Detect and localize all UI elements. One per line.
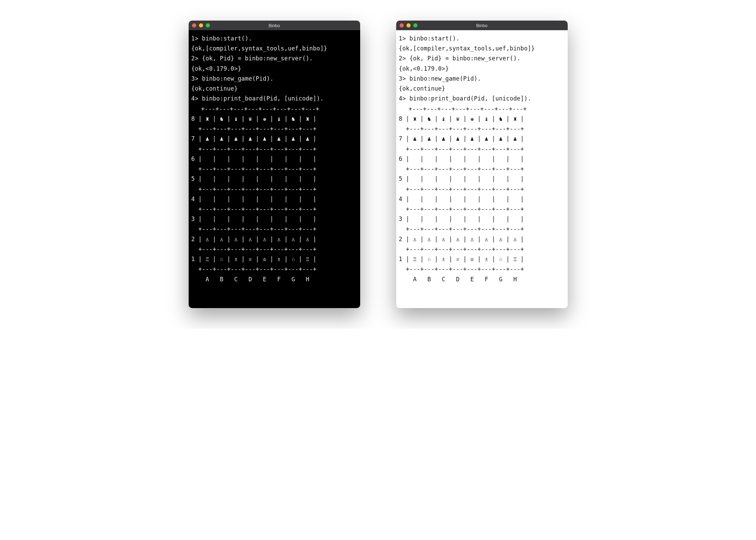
- close-icon[interactable]: [400, 23, 404, 27]
- close-icon[interactable]: [192, 23, 196, 27]
- session-output: 1> binbo:start(). {ok,[compiler,syntax_t…: [191, 35, 328, 102]
- chess-board-output: +---+---+---+---+---+---+---+---+ 8 | ♜ …: [399, 105, 527, 283]
- window-title: Binbo: [400, 23, 564, 28]
- maximize-icon[interactable]: [206, 23, 210, 27]
- minimize-icon[interactable]: [406, 23, 411, 27]
- maximize-icon[interactable]: [413, 23, 417, 27]
- terminal-window-dark: Binbo 1> binbo:start(). {ok,[compiler,sy…: [189, 21, 360, 308]
- session-output: 1> binbo:start(). {ok,[compiler,syntax_t…: [399, 35, 535, 102]
- window-controls: [400, 23, 417, 27]
- minimize-icon[interactable]: [199, 23, 203, 27]
- terminal-body[interactable]: 1> binbo:start(). {ok,[compiler,syntax_t…: [396, 30, 568, 308]
- titlebar[interactable]: Binbo: [189, 21, 360, 30]
- terminal-body[interactable]: 1> binbo:start(). {ok,[compiler,syntax_t…: [189, 30, 360, 308]
- chess-board-output: +---+---+---+---+---+---+---+---+ 8 | ♜ …: [191, 105, 319, 283]
- window-controls: [192, 23, 210, 27]
- titlebar[interactable]: Binbo: [396, 21, 568, 30]
- terminal-window-light: Binbo 1> binbo:start(). {ok,[compiler,sy…: [396, 21, 568, 308]
- window-title: Binbo: [192, 23, 357, 28]
